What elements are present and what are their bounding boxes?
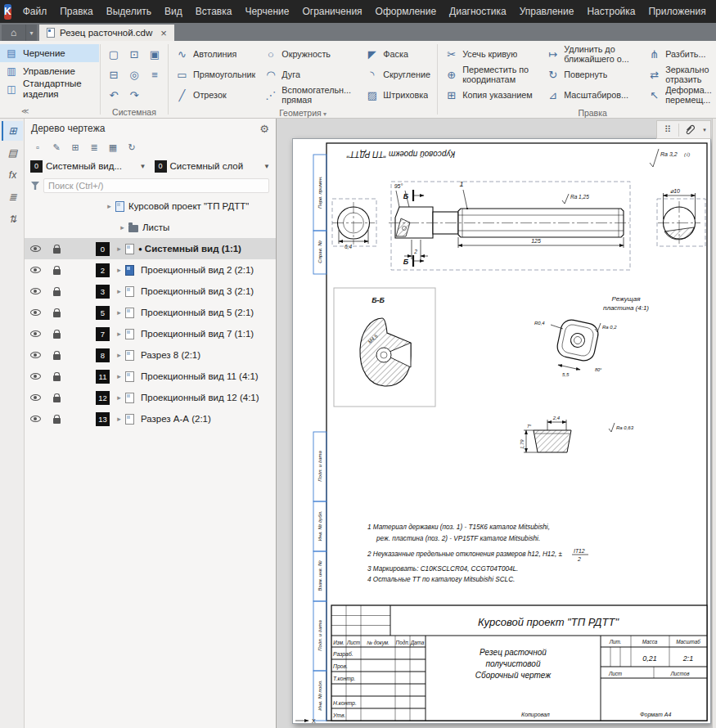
geometry-tool-button[interactable]: ▨ Штриховка: [362, 85, 434, 106]
tree-view-row[interactable]: 2 ▸ Проекционный вид 2 (2:1): [25, 259, 276, 281]
visibility-eye-icon[interactable]: [25, 309, 46, 316]
menu-item[interactable]: Вставка: [189, 0, 239, 23]
menu-item[interactable]: Управление: [513, 0, 581, 23]
filter-icon[interactable]: [31, 182, 39, 190]
home-tab[interactable]: ⌂: [2, 25, 26, 41]
system-tool-button[interactable]: ↷: [124, 85, 144, 105]
menu-item[interactable]: Оформление: [369, 0, 443, 23]
tree-search-input[interactable]: [43, 178, 269, 193]
system-tool-button[interactable]: ↶: [104, 85, 124, 105]
drawing-tree-icon[interactable]: ⊞: [2, 121, 23, 141]
drawing-canvas[interactable]: Перв. примен. Справ. № Подп. и дата Инв.…: [277, 119, 716, 728]
edit-tool-button[interactable]: ⇄ Зеркально отразить: [644, 65, 716, 85]
visibility-eye-icon[interactable]: [25, 416, 46, 422]
menu-item[interactable]: Приложения: [642, 0, 712, 23]
tree-view-row[interactable]: 8 ▸ Разрез 8 (2:1): [25, 344, 276, 366]
visibility-eye-icon[interactable]: [25, 245, 46, 252]
pencil-icon[interactable]: ✎: [48, 140, 65, 155]
geometry-tool-button[interactable]: ◝ Скругление: [362, 65, 434, 85]
tab-close-icon[interactable]: ×: [160, 27, 167, 39]
expand-arrow[interactable]: ▸: [103, 202, 115, 210]
lock-icon[interactable]: [46, 287, 67, 296]
edit-tool-button[interactable]: ↻ Повернуть: [543, 65, 642, 85]
drawing-sheet[interactable]: Перв. примен. Справ. № Подп. и дата Инв.…: [292, 138, 711, 724]
group-label[interactable]: Геометрия: [172, 106, 434, 119]
lock-icon[interactable]: [46, 245, 67, 254]
fx-variables-icon[interactable]: fx: [2, 165, 23, 185]
tree-view-row[interactable]: 11 ▸ Проекционный вид 11 (4:1): [25, 366, 276, 387]
lock-icon[interactable]: [46, 415, 67, 424]
geometry-tool-button[interactable]: ∿ Автолиния: [172, 44, 259, 65]
geometry-tool-button[interactable]: ◠ Дуга: [260, 65, 360, 85]
tree-view-row[interactable]: 3 ▸ Проекционный вид 3 (2:1): [25, 281, 276, 302]
tree-view-row[interactable]: 5 ▸ Проекционный вид 5 (2:1): [25, 302, 276, 323]
tree-root-row[interactable]: ▸ Курсовой проект "ТП РДТТ": [25, 195, 276, 217]
styles-icon[interactable]: ≣: [2, 187, 23, 207]
tree-folder-row[interactable]: ▸ Листы: [25, 217, 276, 238]
menu-item[interactable]: Окно: [713, 0, 716, 23]
edit-tool-button[interactable]: ✂ Усечь кривую: [441, 44, 541, 65]
expand-arrow[interactable]: ▸: [113, 245, 125, 253]
menu-item[interactable]: Ограничения: [295, 0, 368, 23]
paperclip-attachments-icon[interactable]: [681, 122, 699, 137]
expand-arrow[interactable]: ▸: [113, 308, 125, 317]
parameters-icon[interactable]: ⇅: [2, 209, 23, 229]
edit-tool-button[interactable]: ⊿ Масштабиров...: [543, 85, 642, 106]
home-tab-caret-icon[interactable]: ▾: [26, 25, 37, 41]
system-tool-button[interactable]: ≡: [145, 65, 164, 84]
document-tab[interactable]: Резец расточной.cdw ×: [39, 25, 174, 41]
system-tool-button[interactable]: ◎: [124, 65, 144, 84]
system-tool-button[interactable]: ⊡: [124, 44, 144, 64]
refresh-icon[interactable]: ↻: [124, 140, 140, 155]
current-layer-dropdown[interactable]: 0 Системный слой ▼: [152, 158, 273, 174]
visibility-eye-icon[interactable]: [25, 288, 46, 294]
expand-arrow[interactable]: ▸: [113, 415, 125, 423]
visibility-eye-icon[interactable]: [25, 330, 46, 337]
layers-icon[interactable]: ▤: [2, 143, 23, 163]
menu-item[interactable]: Черчение: [238, 0, 295, 23]
lock-icon[interactable]: [46, 330, 67, 339]
expand-arrow[interactable]: ▸: [113, 330, 125, 338]
ribbon-section-tab[interactable]: ▥ Управление: [0, 62, 99, 80]
ribbon-section-tab[interactable]: ◫ Стандартные изделия: [0, 80, 99, 98]
geometry-tool-button[interactable]: ◤ Фаска: [362, 44, 434, 65]
edit-tool-button[interactable]: ⊞ Копия указанием: [441, 85, 541, 106]
menu-item[interactable]: Выделить: [100, 0, 158, 23]
expand-arrow[interactable]: ▸: [113, 393, 125, 402]
system-tool-button[interactable]: ▣: [145, 44, 164, 64]
lock-icon[interactable]: [46, 266, 67, 275]
lock-icon[interactable]: [46, 393, 67, 402]
menu-item[interactable]: Диагностика: [443, 0, 513, 23]
edit-tool-button[interactable]: ↖ Деформа... перемещ...: [644, 85, 716, 106]
tree-view-row[interactable]: 0 ▸ ● Системный вид (1:1): [25, 238, 276, 259]
geometry-tool-button[interactable]: ○ Окружность: [260, 44, 360, 65]
menu-item[interactable]: Вид: [158, 0, 189, 23]
frame-select-icon[interactable]: ▫: [29, 140, 46, 155]
gear-icon[interactable]: ⚙: [259, 123, 269, 135]
lock-icon[interactable]: [46, 372, 67, 381]
tree-view-row[interactable]: 7 ▸ Проекционный вид 7 (1:1): [25, 323, 276, 344]
menu-item[interactable]: Правка: [53, 0, 100, 23]
edit-tool-button[interactable]: ⊕ Переместить по координатам: [441, 65, 541, 85]
list-icon[interactable]: ≣: [86, 140, 102, 155]
expand-arrow[interactable]: ▸: [116, 223, 128, 231]
ribbon-section-tab[interactable]: ▤ Черчение: [0, 44, 99, 62]
menu-item[interactable]: Файл: [16, 0, 54, 23]
system-tool-button[interactable]: ▢: [104, 44, 124, 64]
expand-arrow[interactable]: ▸: [113, 287, 125, 295]
new-view-icon[interactable]: ⊞: [67, 140, 83, 155]
edit-tool-button[interactable]: ⋔ Разбить...: [644, 44, 716, 65]
visibility-eye-icon[interactable]: [25, 394, 46, 401]
ribbon-collapse-icon[interactable]: ≪: [21, 107, 29, 115]
geometry-tool-button[interactable]: ▭ Прямоугольник: [172, 65, 259, 85]
tree-view-row[interactable]: 12 ▸ Проекционный вид 12 (4:1): [25, 387, 276, 408]
geometry-tool-button[interactable]: ⋰ Вспомогательн... прямая: [260, 85, 360, 106]
app-logo-icon[interactable]: K: [4, 4, 11, 20]
lock-icon[interactable]: [46, 308, 67, 317]
current-view-dropdown[interactable]: 0 Системный вид... ▼: [28, 158, 149, 174]
visibility-eye-icon[interactable]: [25, 267, 46, 273]
visibility-eye-icon[interactable]: [25, 352, 46, 358]
image-icon[interactable]: ▦: [105, 140, 121, 155]
visibility-eye-icon[interactable]: [25, 373, 46, 380]
expand-arrow[interactable]: ▸: [113, 372, 125, 380]
